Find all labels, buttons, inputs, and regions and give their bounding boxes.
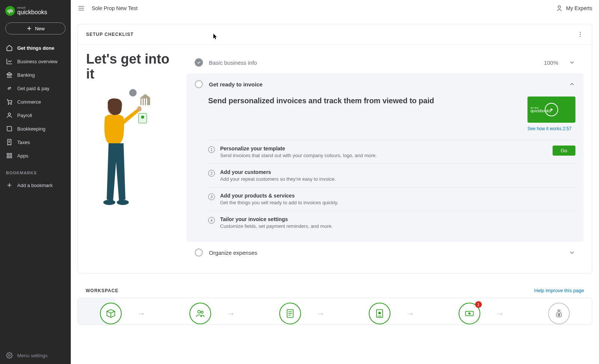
workspace-flow: → → → → — [77, 298, 592, 325]
progress-ring-icon — [195, 80, 203, 88]
nav-taxes[interactable]: Taxes — [0, 135, 71, 149]
svg-point-14 — [103, 200, 115, 205]
svg-point-2 — [8, 113, 10, 115]
workspace-title: WORKSPACE — [86, 288, 118, 293]
step-title: Add your customers — [220, 169, 575, 175]
step-row: 2 Add your customers Add your repeat cus… — [208, 164, 575, 187]
video-thumbnail[interactable]: qb intuit quickbooks — [527, 97, 575, 123]
cart-icon — [6, 98, 13, 105]
hamburger-icon[interactable] — [77, 4, 85, 12]
step-desc: Customize fields, set payment reminders,… — [220, 223, 575, 229]
step-desc: Get the things you sell ready to add to … — [220, 200, 575, 205]
svg-rect-5 — [7, 156, 9, 158]
bookmarks-heading: BOOKMARKS — [0, 162, 71, 179]
my-experts-button[interactable]: My Experts — [556, 4, 592, 12]
workflow-node-products[interactable] — [100, 303, 122, 324]
svg-rect-19 — [144, 98, 145, 105]
cash-icon — [464, 308, 475, 319]
step-row: 4 Tailor your invoice settings Customize… — [208, 211, 575, 234]
setup-checklist-card: SETUP CHECKLIST Let's get into it — [77, 24, 592, 273]
workflow-node-estimate[interactable] — [279, 303, 301, 324]
sidebar: qb intuit quickbooks New Get things done… — [0, 0, 71, 364]
arrow-right-icon: → — [316, 308, 325, 319]
svg-rect-20 — [146, 98, 147, 105]
svg-rect-18 — [142, 98, 143, 105]
topbar: Sole Prop New Test My Experts — [71, 0, 599, 16]
arrow-right-icon: → — [405, 308, 414, 319]
workspace-section: WORKSPACE Help improve this page → → — [77, 281, 592, 325]
invoice-icon — [374, 308, 385, 319]
nav-apps[interactable]: Apps — [0, 149, 71, 162]
accordion-expenses[interactable]: Organize expenses — [186, 242, 584, 263]
accordion-label: Organize expenses — [209, 250, 563, 256]
svg-point-8 — [558, 6, 561, 8]
hero-title: Let's get into it — [86, 52, 177, 81]
document-icon — [285, 308, 295, 319]
help-improve-link[interactable]: Help improve this page — [534, 288, 584, 293]
nav-banking[interactable]: Banking — [0, 68, 71, 82]
add-bookmark-button[interactable]: Add a bookmark — [0, 179, 71, 192]
menu-settings-button[interactable]: Menu settings — [0, 347, 71, 364]
step-number-icon: 4 — [208, 217, 215, 224]
step-row: 1 Personalize your template Send invoice… — [208, 140, 575, 164]
step-number-icon: 3 — [208, 193, 215, 200]
accordion-invoice-header[interactable]: Get ready to invoice — [195, 80, 575, 94]
nav-get-things-done[interactable]: Get things done — [0, 41, 71, 55]
bank-icon — [6, 71, 13, 78]
nav-bookkeeping[interactable]: Bookkeeping — [0, 122, 71, 135]
progress-ring-icon — [195, 248, 203, 257]
svg-point-15 — [117, 200, 129, 205]
gear-icon — [6, 352, 13, 359]
book-icon — [6, 125, 13, 132]
accordion-basic-info[interactable]: Basic business info 100% — [186, 52, 584, 73]
arrow-right-icon: → — [495, 308, 504, 319]
chevron-up-icon — [569, 81, 575, 88]
people-icon — [195, 308, 206, 319]
hero-illustration — [86, 87, 153, 214]
svg-point-11 — [580, 36, 581, 37]
nav-get-paid[interactable]: Get paid & pay — [0, 82, 71, 95]
arrow-right-icon: → — [226, 308, 235, 319]
brand-logo[interactable]: qb intuit quickbooks — [0, 4, 71, 22]
nav-payroll[interactable]: Payroll — [0, 108, 71, 122]
qb-logo-icon: qb — [5, 6, 15, 16]
nav-business-overview[interactable]: Business overview — [0, 55, 71, 68]
chevron-down-icon — [569, 249, 575, 256]
svg-point-0 — [8, 104, 9, 104]
expert-icon — [556, 4, 563, 12]
checklist-title: SETUP CHECKLIST — [86, 32, 134, 37]
video-link[interactable]: See how it works 2:57 — [527, 126, 571, 131]
step-number-icon: 1 — [208, 146, 215, 153]
step-number-icon: 2 — [208, 170, 215, 177]
workflow-node-invoice[interactable] — [369, 303, 390, 324]
workflow-node-payment[interactable]: 1 — [459, 303, 480, 324]
step-desc: Send invoices that stand out with your c… — [220, 153, 547, 158]
check-complete-icon — [195, 58, 203, 67]
brand-name: quickbooks — [17, 9, 47, 15]
step-title: Add your products & services — [220, 193, 575, 199]
svg-point-13 — [137, 106, 142, 111]
svg-point-23 — [198, 311, 200, 313]
svg-text:$: $ — [558, 313, 560, 316]
accordion-label: Get ready to invoice — [209, 81, 563, 88]
go-button[interactable]: Go — [553, 146, 575, 156]
money-bag-icon: $ — [554, 308, 564, 319]
new-button[interactable]: New — [5, 22, 66, 34]
main-nav: Get things done Business overview Bankin… — [0, 41, 71, 162]
svg-rect-4 — [10, 153, 12, 155]
main-area: Sole Prop New Test My Experts SETUP CHEC… — [71, 0, 599, 364]
nav-commerce[interactable]: Commerce — [0, 95, 71, 108]
accordion-label: Basic business info — [209, 59, 538, 66]
workflow-node-customers[interactable] — [189, 303, 211, 324]
kebab-menu-icon[interactable] — [577, 31, 584, 38]
svg-point-24 — [201, 311, 203, 313]
svg-point-9 — [580, 32, 581, 33]
step-title: Personalize your template — [220, 146, 547, 152]
workflow-node-deposit[interactable]: $ — [548, 303, 570, 324]
chart-icon — [6, 58, 13, 65]
arrow-right-icon: → — [137, 308, 146, 319]
svg-point-16 — [129, 89, 137, 97]
plus-icon — [6, 182, 13, 189]
svg-point-27 — [378, 312, 381, 314]
step-row: 3 Add your products & services Get the t… — [208, 187, 575, 211]
